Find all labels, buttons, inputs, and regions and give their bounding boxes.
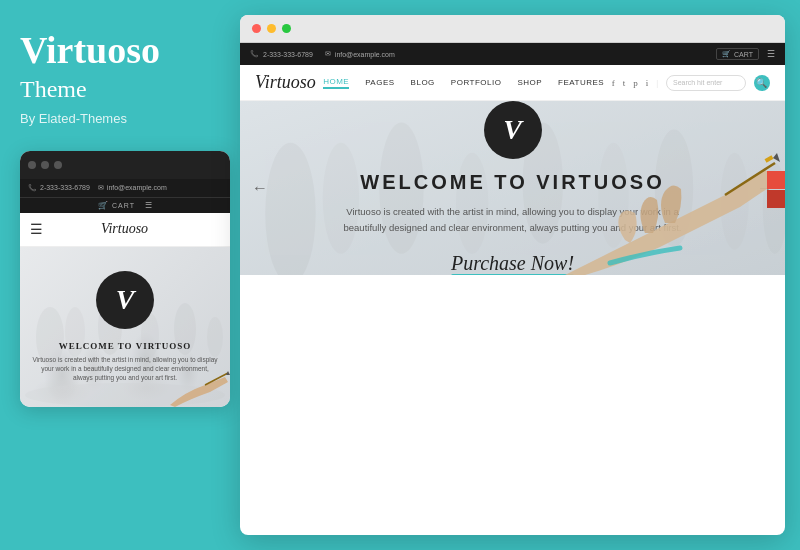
cart-icon: 🛒 <box>98 201 108 210</box>
mobile-logo: Virtuoso <box>101 221 148 237</box>
hero-cta-button[interactable]: Purchase Now! <box>451 252 574 275</box>
brand-subtitle: Theme <box>20 76 87 103</box>
mobile-hand-element <box>160 357 230 407</box>
side-buttons <box>767 171 785 208</box>
mobile-cart-text: CART <box>112 202 135 209</box>
browser-dot-yellow[interactable] <box>267 24 276 33</box>
mobile-email-item: ✉ info@example.com <box>98 184 167 192</box>
nav-search-bar[interactable]: Search hit enter <box>666 75 746 91</box>
mobile-top-bar <box>20 151 230 179</box>
brand-title: Virtuoso <box>20 30 160 72</box>
mobile-topbar-nav: 📞 2-333-333-6789 ✉ info@example.com <box>20 179 230 197</box>
mobile-welcome-heading: WELCOME TO VIRTUOSO <box>59 341 192 351</box>
social-facebook-icon[interactable]: f <box>612 78 615 88</box>
hero-v-letter: V <box>503 114 522 146</box>
nav-links: HOME PAGES BLOG PORTFOLIO SHOP FEATURES <box>323 77 604 89</box>
nav-link-features[interactable]: FEATURES <box>558 78 604 87</box>
email-icon: ✉ <box>98 184 104 192</box>
desktop-email-text: info@example.com <box>335 51 395 58</box>
phone-icon: 📞 <box>28 184 37 192</box>
search-placeholder-text: Search hit enter <box>673 79 722 86</box>
right-panel: 📞 2-333-333-6789 ✉ info@example.com 🛒 CA… <box>240 0 800 550</box>
mobile-dot-1 <box>28 161 36 169</box>
browser-content: 📞 2-333-333-6789 ✉ info@example.com 🛒 CA… <box>240 43 785 535</box>
desktop-phone-text: 2-333-333-6789 <box>263 51 313 58</box>
side-btn-2[interactable] <box>767 190 785 208</box>
mobile-phone-item: 📞 2-333-333-6789 <box>28 184 90 192</box>
menu-icon: ☰ <box>145 201 152 210</box>
browser-chrome <box>240 15 785 43</box>
desktop-nav-logo: Virtuoso <box>255 72 316 93</box>
mobile-phone-text: 2-333-333-6789 <box>40 184 90 191</box>
brand-by: By Elated-Themes <box>20 111 127 126</box>
hand-element <box>565 115 785 275</box>
cart-icon: 🛒 <box>722 50 731 58</box>
desktop-topbar-left: 📞 2-333-333-6789 ✉ info@example.com <box>250 50 395 58</box>
mobile-mockup: 📞 2-333-333-6789 ✉ info@example.com 🛒 CA… <box>20 151 230 407</box>
desktop-hero: ← → V WELCOME TO VIRTUOSO Virtuoso is cr… <box>240 101 785 275</box>
nav-link-pages[interactable]: PAGES <box>365 78 394 87</box>
mobile-email-text: info@example.com <box>107 184 167 191</box>
desktop-topbar: 📞 2-333-333-6789 ✉ info@example.com 🛒 CA… <box>240 43 785 65</box>
social-instagram-icon[interactable]: i <box>646 78 649 88</box>
left-panel: Virtuoso Theme By Elated-Themes 📞 2-333-… <box>0 0 240 550</box>
mobile-v-logo: V <box>96 271 154 329</box>
browser-window: 📞 2-333-333-6789 ✉ info@example.com 🛒 CA… <box>240 15 785 535</box>
cart-label: CART <box>734 51 753 58</box>
side-btn-1[interactable] <box>767 171 785 189</box>
search-circle-button[interactable]: 🔍 <box>754 75 770 91</box>
browser-dot-green[interactable] <box>282 24 291 33</box>
nav-right: f t p i | Search hit enter 🔍 <box>612 75 770 91</box>
desktop-email-icon: ✉ <box>325 50 331 58</box>
social-pinterest-icon[interactable]: p <box>633 78 638 88</box>
desktop-email-item: ✉ info@example.com <box>325 50 395 58</box>
mobile-dot-3 <box>54 161 62 169</box>
nav-link-portfolio[interactable]: PORTFOLIO <box>451 78 502 87</box>
mobile-cart-row: 🛒 CART ☰ <box>20 197 230 213</box>
desktop-phone-icon: 📞 <box>250 50 259 58</box>
nav-link-home[interactable]: HOME <box>323 77 349 89</box>
nav-link-blog[interactable]: BLOG <box>411 78 435 87</box>
desktop-topbar-right: 🛒 CART ☰ <box>716 48 775 60</box>
browser-dot-red[interactable] <box>252 24 261 33</box>
desktop-phone-item: 📞 2-333-333-6789 <box>250 50 313 58</box>
search-icon: 🔍 <box>756 78 767 88</box>
menu-icon[interactable]: ☰ <box>767 49 775 59</box>
svg-rect-20 <box>765 156 774 163</box>
mobile-dot-2 <box>41 161 49 169</box>
cart-badge[interactable]: 🛒 CART <box>716 48 759 60</box>
mobile-header: ☰ Virtuoso <box>20 213 230 247</box>
hero-prev-arrow[interactable]: ← <box>252 179 268 197</box>
hamburger-icon[interactable]: ☰ <box>30 221 43 238</box>
nav-link-shop[interactable]: SHOP <box>517 78 542 87</box>
nav-divider: | <box>656 78 658 88</box>
social-twitter-icon[interactable]: t <box>623 78 626 88</box>
hero-v-logo: V <box>484 101 542 159</box>
svg-marker-21 <box>773 153 780 162</box>
mobile-hero: V WELCOME TO VIRTUOSO Virtuoso is create… <box>20 247 230 407</box>
desktop-nav: Virtuoso HOME PAGES BLOG PORTFOLIO SHOP … <box>240 65 785 101</box>
mobile-contact-info: 📞 2-333-333-6789 ✉ info@example.com <box>28 184 167 192</box>
